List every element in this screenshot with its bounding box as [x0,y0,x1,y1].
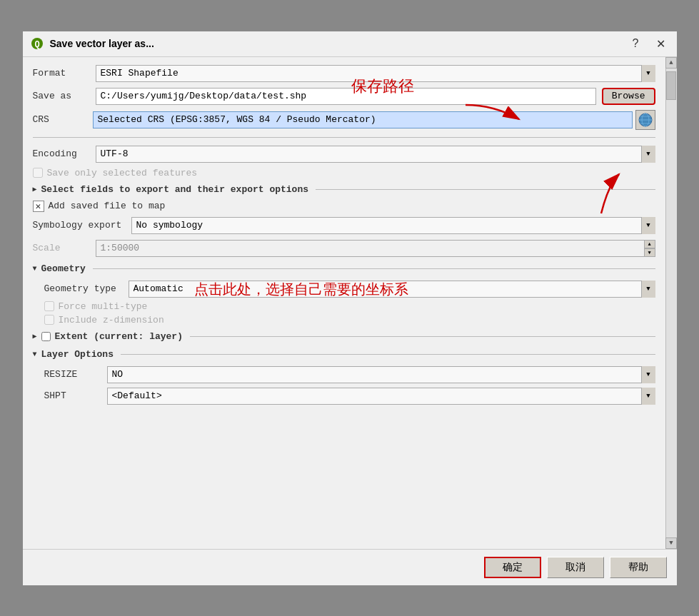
symbology-select-wrapper[interactable]: No symbology ▼ [131,217,655,234]
include-z-checkbox[interactable] [44,315,54,325]
geometry-section-label: Geometry [41,263,86,274]
encoding-select-wrapper[interactable]: UTF-8 ▼ [96,146,655,163]
encoding-row: Encoding UTF-8 ▼ [33,145,655,163]
symbology-row: Symbology export No symbology ▼ [33,216,655,235]
layer-options-label: Layer Options [41,349,114,360]
layer-options-content: RESIZE NO ▼ SHPT <Defaul [33,365,655,405]
geometry-type-row: Geometry type Automatic ▼ [44,280,655,298]
close-button[interactable]: ✕ [652,36,670,52]
include-z-row: Include z-dimension [44,315,655,325]
geometry-line [93,268,655,269]
extent-arrow: ▶ [33,332,37,340]
crs-select-button[interactable] [635,110,655,130]
geometry-header[interactable]: ▼ Geometry [33,262,655,276]
geometry-content: Geometry type Automatic ▼ Force multi-ty… [33,280,655,325]
footer-help-button[interactable]: 帮助 [610,557,667,578]
svg-text:Q: Q [34,40,39,50]
layer-options-line [121,354,655,355]
scale-row: Scale ▲ ▼ [33,239,655,258]
shpt-label: SHPT [44,390,101,401]
resize-select[interactable]: NO [107,366,655,383]
browse-button[interactable]: Browse [602,88,655,105]
saveas-row: Save as Browse [33,87,655,106]
cancel-button[interactable]: 取消 [547,557,604,578]
app-icon: Q [30,36,44,51]
save-selected-label: Save only selected features [47,168,198,178]
ok-button[interactable]: 确定 [484,557,541,578]
include-z-label: Include z-dimension [59,315,164,325]
extent-line [190,336,655,337]
save-selected-row: Save only selected features [33,168,655,178]
scale-up-btn[interactable]: ▲ [644,240,655,248]
format-label: Format [33,68,90,79]
encoding-select[interactable]: UTF-8 [96,146,655,163]
scale-input[interactable] [96,240,655,257]
extent-header[interactable]: ▶ Extent (current: layer) [33,330,655,343]
scroll-down-btn[interactable]: ▼ [665,537,677,549]
encoding-label: Encoding [33,148,90,159]
symbology-label: Symbology export [33,220,126,231]
resize-select-wrapper[interactable]: NO ▼ [107,366,655,383]
symbology-select[interactable]: No symbology [131,217,655,234]
scale-down-btn[interactable]: ▼ [644,248,655,257]
geometry-arrow: ▼ [33,265,37,273]
extent-checkbox[interactable] [41,332,51,341]
help-title-button[interactable]: ? [628,36,643,51]
scrollbar[interactable]: ▲ ▼ [665,57,677,549]
shpt-row: SHPT <Default> ▼ [44,387,655,405]
force-multi-label: Force multi-type [59,301,148,312]
crs-label: CRS [33,114,90,125]
scale-label: Scale [33,243,90,253]
crs-input[interactable] [93,111,633,128]
separator-1 [33,137,655,138]
layer-options-arrow: ▼ [33,350,37,358]
geometry-type-select[interactable]: Automatic [129,281,655,298]
footer: 确定 取消 帮助 [23,549,677,585]
scale-spinner[interactable]: ▲ ▼ [644,240,655,257]
resize-label: RESIZE [44,369,101,380]
add-to-map-checkbox[interactable]: ✕ [33,201,44,212]
save-selected-checkbox[interactable] [33,168,43,178]
shpt-select[interactable]: <Default> [107,388,655,405]
dialog-title: Save vector layer as... [50,38,154,49]
force-multi-checkbox[interactable] [44,301,54,311]
globe-icon [638,112,653,128]
force-multi-row: Force multi-type [44,301,655,312]
format-select-wrapper[interactable]: ESRI Shapefile ▼ [96,65,655,82]
saveas-input[interactable] [96,88,596,105]
shpt-select-wrapper[interactable]: <Default> ▼ [107,388,655,405]
select-fields-line [316,189,655,190]
saveas-label: Save as [33,91,90,101]
add-to-map-label: Add saved file to map [49,201,166,211]
scroll-up-btn[interactable]: ▲ [665,57,677,69]
format-select[interactable]: ESRI Shapefile [96,65,655,82]
geometry-type-select-wrapper[interactable]: Automatic ▼ [129,281,655,298]
resize-row: RESIZE NO ▼ [44,365,655,384]
extent-label: Extent (current: layer) [55,331,183,342]
select-fields-label: Select fields to export and their export… [41,184,308,195]
format-row: Format ESRI Shapefile ▼ [33,64,655,83]
select-fields-header[interactable]: ▶ Select fields to export and their expo… [33,183,655,196]
add-to-map-row: ✕ Add saved file to map [33,201,655,212]
crs-row: CRS [33,110,655,130]
layer-options-header[interactable]: ▼ Layer Options [33,348,655,361]
select-fields-arrow: ▶ [33,185,37,193]
titlebar: Q Save vector layer as... ? ✕ [23,31,677,57]
scroll-thumb[interactable] [666,71,676,100]
geometry-type-label: Geometry type [44,283,123,294]
